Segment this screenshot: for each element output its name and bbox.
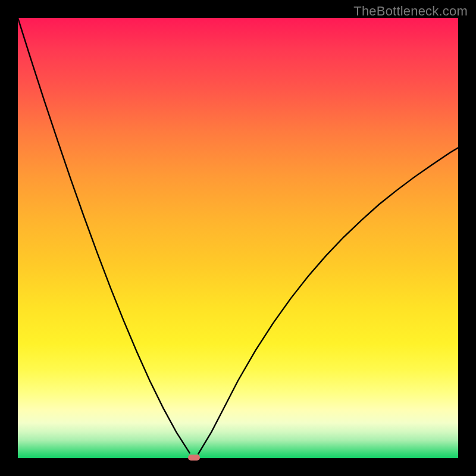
plot-area <box>18 18 458 458</box>
chart-frame: TheBottleneck.com <box>0 0 476 476</box>
watermark-text: TheBottleneck.com <box>353 4 468 19</box>
bottleneck-curve <box>18 18 458 458</box>
optimum-marker <box>188 455 200 461</box>
